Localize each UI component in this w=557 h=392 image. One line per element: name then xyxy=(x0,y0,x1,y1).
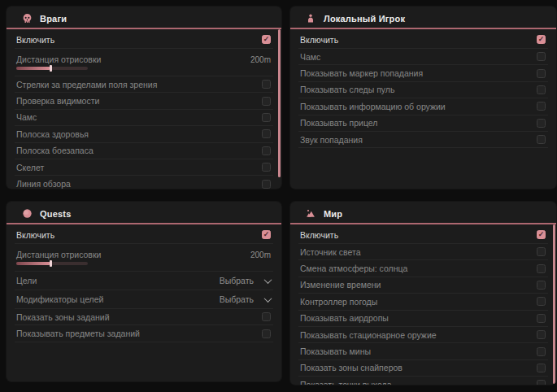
row-label: Смена атмосферы: солнца xyxy=(300,264,407,273)
panel-world-header: Мир xyxy=(290,202,556,224)
slider-fill xyxy=(16,262,50,265)
row-label: Звук попадания xyxy=(300,135,363,145)
row-toggle: Контроллер погоды xyxy=(298,294,548,310)
row-label: Скелет xyxy=(16,163,44,172)
check-icon: ✓ xyxy=(538,231,545,238)
row-toggle: Проверка видимости xyxy=(15,93,273,109)
checkbox[interactable] xyxy=(262,146,271,155)
checkbox[interactable] xyxy=(537,102,546,111)
scrollbar-thumb[interactable] xyxy=(553,224,555,384)
panel-rows: Включить✓Дистанция отрисовки200mЦелиВыбр… xyxy=(7,224,281,342)
row-toggle: Показывать стационарное оружие xyxy=(298,327,548,343)
checkbox[interactable] xyxy=(537,281,546,290)
checkbox[interactable] xyxy=(537,347,546,356)
row-label: Включить xyxy=(300,230,338,240)
checkbox[interactable] xyxy=(262,180,271,189)
cheat-menu: Враги Включить✓Дистанция отрисовки200mСт… xyxy=(0,0,557,392)
panel-rows: Включить✓Дистанция отрисовки200mСтрелки … xyxy=(7,29,281,189)
row-label: Модификаторы целей xyxy=(16,294,103,304)
checkbox[interactable] xyxy=(537,380,546,385)
dropdown-value: Выбрать xyxy=(220,294,254,304)
row-label: Показать точки выхода xyxy=(300,380,392,385)
row-toggle: Включить✓ xyxy=(298,31,548,49)
checkbox[interactable] xyxy=(262,80,271,89)
panel-title: Враги xyxy=(40,14,67,24)
row-toggle: Полоска здоровья xyxy=(15,126,273,142)
row-toggle: Чамс xyxy=(15,110,273,126)
slider-value: 200m xyxy=(250,250,271,259)
checkbox[interactable] xyxy=(537,330,546,339)
checkbox[interactable] xyxy=(262,129,271,138)
check-icon: ✓ xyxy=(538,36,545,43)
panel-quests-header: Quests xyxy=(7,202,281,224)
checkbox[interactable] xyxy=(262,329,271,338)
checkbox[interactable]: ✓ xyxy=(262,35,271,44)
chevron-down-icon xyxy=(264,294,272,303)
slider-fill xyxy=(16,67,50,70)
checkbox[interactable] xyxy=(262,163,271,172)
panel-title: Мир xyxy=(324,209,342,219)
checkbox[interactable] xyxy=(537,135,546,144)
panel-title: Quests xyxy=(40,209,72,219)
slider[interactable] xyxy=(16,262,88,265)
row-toggle: Изменение времени xyxy=(298,277,548,294)
row-toggle: Линия обзора xyxy=(15,176,273,189)
checkbox[interactable] xyxy=(537,314,546,323)
row-toggle: Показывать мины xyxy=(298,343,548,359)
checkbox[interactable] xyxy=(537,364,546,372)
dropdown-value: Выбрать xyxy=(220,276,254,285)
checkbox[interactable] xyxy=(537,85,546,94)
row-label: Стрелки за пределами поля зрения xyxy=(16,80,157,89)
panel-world: Мир Включить✓Источник светаСмена атмосфе… xyxy=(290,202,556,385)
row-toggle: Показывать следы пуль xyxy=(298,82,548,98)
row-label: Линия обзора xyxy=(16,179,71,189)
row-select: ЦелиВыбрать xyxy=(15,272,273,290)
checkbox[interactable] xyxy=(537,297,546,306)
row-toggle: Включить✓ xyxy=(15,31,273,49)
row-label: Контроллер погоды xyxy=(300,297,377,307)
checkbox[interactable]: ✓ xyxy=(537,35,546,44)
slider-thumb[interactable] xyxy=(50,260,52,267)
row-slider: Дистанция отрисовки200m xyxy=(15,49,273,76)
checkbox[interactable] xyxy=(262,312,271,321)
slider-value: 200m xyxy=(250,55,271,64)
row-toggle: Стрелки за пределами поля зрения xyxy=(15,76,273,93)
checkbox[interactable] xyxy=(262,97,271,106)
row-label: Цели xyxy=(16,276,37,285)
row-label: Полоска здоровья xyxy=(16,129,89,139)
check-icon: ✓ xyxy=(263,231,270,238)
row-toggle: Показывать аирдропы xyxy=(298,311,548,327)
row-toggle: Показывать предметы заданий xyxy=(15,325,273,342)
scrollbar-thumb[interactable] xyxy=(278,29,281,177)
row-label: Дистанция отрисовки xyxy=(16,54,101,64)
checkbox[interactable] xyxy=(262,113,271,122)
row-toggle: Показать точки выхода xyxy=(298,377,548,385)
slider-labels: Дистанция отрисовки200m xyxy=(16,54,271,64)
row-label: Включить xyxy=(16,35,54,45)
checkbox[interactable] xyxy=(537,69,546,78)
checkbox[interactable] xyxy=(537,247,546,256)
row-label: Показать зоны заданий xyxy=(16,312,110,322)
panel-rows: Включить✓Источник светаСмена атмосферы: … xyxy=(290,224,556,385)
checkbox[interactable]: ✓ xyxy=(262,230,271,239)
checkbox[interactable]: ✓ xyxy=(537,230,546,239)
dropdown[interactable]: Выбрать xyxy=(220,276,271,285)
slider-thumb[interactable] xyxy=(50,65,52,72)
dropdown[interactable]: Выбрать xyxy=(220,294,271,304)
row-label: Включить xyxy=(16,230,54,240)
checkbox[interactable] xyxy=(537,264,546,273)
row-label: Включить xyxy=(300,35,338,45)
row-toggle: Показать зоны снайперов xyxy=(298,360,548,377)
panel-local-player: Локальный Игрок Включить✓ЧамсПоказывать … xyxy=(290,7,556,189)
checkbox[interactable] xyxy=(537,119,546,128)
row-label: Источник света xyxy=(300,247,360,257)
panel-local-player-header: Локальный Игрок xyxy=(290,7,556,29)
row-toggle: Показывать маркер попадания xyxy=(298,65,548,81)
panel-enemies-header: Враги xyxy=(7,7,281,29)
checkbox[interactable] xyxy=(537,52,546,61)
row-toggle: Включить✓ xyxy=(298,226,548,244)
slider[interactable] xyxy=(16,67,88,70)
check-icon: ✓ xyxy=(263,36,270,43)
row-toggle: Источник света xyxy=(298,244,548,260)
row-label: Показывать аирдропы xyxy=(300,313,389,323)
